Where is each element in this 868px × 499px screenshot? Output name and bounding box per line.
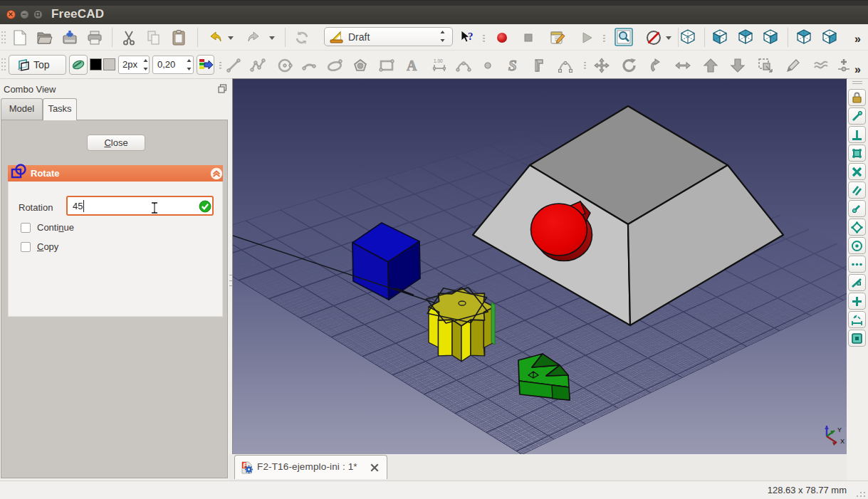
svg-text:?: ? <box>468 31 474 42</box>
svg-text:A: A <box>407 58 417 73</box>
svg-text:S: S <box>508 57 517 74</box>
svg-text:1.00: 1.00 <box>434 58 443 63</box>
svg-text:Y: Y <box>837 426 842 434</box>
svg-text:X: X <box>840 438 845 445</box>
